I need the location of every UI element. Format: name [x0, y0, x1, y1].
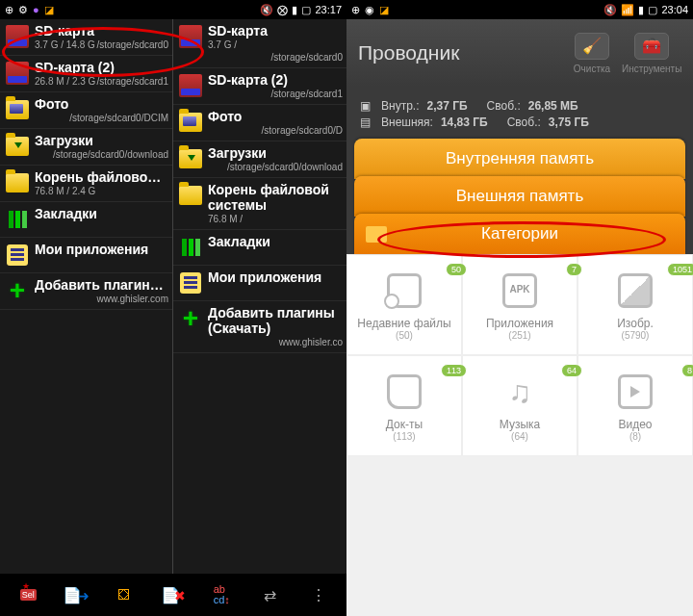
- fm-item[interactable]: Корень файловой системы76.8 M /: [173, 178, 346, 230]
- count-badge: 7: [566, 263, 582, 276]
- fm-item[interactable]: SD-карта (2)26.8 M / 2.3 G/storage/sdcar…: [0, 56, 172, 92]
- fm-item[interactable]: Загрузки/storage/sdcard0/download: [173, 141, 346, 178]
- category-icon: 1051: [582, 269, 688, 313]
- fm-item[interactable]: Мои приложения: [173, 266, 346, 301]
- sd-icon: [177, 72, 204, 99]
- folder-dl-icon: [177, 145, 204, 172]
- sd-icon: [4, 23, 31, 50]
- category-title: Недавние файлы: [351, 317, 457, 330]
- fm-item[interactable]: Фото/storage/sdcard0/D: [173, 105, 346, 141]
- menu-button[interactable]: ⋮: [303, 579, 334, 610]
- count-badge: 1051: [667, 263, 693, 276]
- plus-icon: ⊕: [351, 4, 360, 16]
- swap-button[interactable]: ⇄: [255, 579, 286, 610]
- plus-icon: +: [4, 277, 31, 304]
- signal-icon: ▮: [638, 4, 644, 16]
- zip-button[interactable]: ⛋: [110, 579, 141, 610]
- explorer-header: Проводник 🧹 Очистка 🧰 Инструменты: [346, 19, 693, 87]
- category-title: Музыка: [467, 418, 573, 431]
- category-title: Док-ты: [351, 418, 457, 431]
- fm-item[interactable]: Закладки: [173, 230, 346, 266]
- category-count: (64): [467, 431, 573, 442]
- category-count: (5790): [582, 330, 688, 341]
- plus-icon: +: [177, 305, 204, 332]
- count-badge: 8: [681, 364, 693, 377]
- fm-item[interactable]: Корень файловой системы76.8 M / 2.4 G: [0, 166, 172, 202]
- folder-icon: [366, 226, 387, 243]
- bookmark-icon: [177, 234, 204, 261]
- sd-icon: [4, 60, 31, 87]
- fm-item[interactable]: Фото/storage/sdcard0/DCIM: [0, 92, 172, 129]
- category-count: (50): [351, 330, 457, 341]
- category-icon: 50: [351, 269, 457, 313]
- explorer-title: Проводник: [358, 41, 562, 64]
- tools-button[interactable]: 🧰 Инструменты: [622, 33, 681, 74]
- phone-left: ⊕ ⚙ ● ◪ 🔇 ⨂ ▮ ▢ 23:17 SD-карта3.7 G / 14…: [0, 0, 346, 616]
- category-count: (8): [582, 431, 688, 442]
- fm-item[interactable]: + Добавить плагины (Скачать)www.ghisler.…: [0, 273, 172, 310]
- mute-icon: 🔇: [603, 4, 617, 16]
- toolbox-icon: 🧰: [634, 33, 669, 60]
- folder-icon: [177, 182, 204, 209]
- apps-icon: [4, 242, 31, 269]
- sd-storage-icon: ▤: [360, 116, 373, 129]
- fm-item[interactable]: SD-карта (2)/storage/sdcard1: [173, 68, 346, 105]
- category-cell[interactable]: 113 Док-ты (113): [346, 355, 462, 456]
- category-count: (113): [351, 431, 457, 442]
- clean-button[interactable]: 🧹 Очистка: [562, 33, 622, 74]
- select-button[interactable]: ★Sel: [13, 579, 43, 610]
- category-icon: 113: [351, 370, 457, 414]
- category-title: Изобр.: [582, 317, 688, 330]
- storage-info: ▣ Внутр.: 2,37 ГБ Своб.: 26,85 МБ ▤ Внеш…: [346, 87, 693, 141]
- battery-icon: ▢: [648, 4, 657, 16]
- bookmark-icon: [4, 206, 31, 233]
- mute-icon: 🔇: [260, 4, 273, 16]
- clock-text: 23:17: [315, 4, 342, 15]
- category-cell[interactable]: ♫64 Музыка (64): [462, 355, 578, 456]
- gear-icon: ⚙: [18, 4, 28, 16]
- fm-item[interactable]: SD-карта3.7 G / 14.8 G/storage/sdcard0: [0, 19, 172, 56]
- category-title: Приложения: [467, 317, 573, 330]
- clock-text: 23:04: [661, 4, 688, 15]
- sd-icon: [177, 23, 204, 50]
- storage-tabs: Внутренняя память Внешняя память Категор…: [346, 139, 693, 254]
- category-cell[interactable]: 50 Недавние файлы (50): [346, 254, 462, 355]
- delete-button[interactable]: 📄✖: [158, 579, 189, 610]
- count-badge: 64: [561, 364, 582, 377]
- category-count: (251): [467, 330, 573, 341]
- fm-item[interactable]: Мои приложения: [0, 238, 172, 273]
- fm-item[interactable]: + Добавить плагины (Скачать)www.ghisler.…: [173, 301, 346, 353]
- folder-icon: [4, 169, 31, 196]
- tab-external[interactable]: Внешняя память: [354, 176, 685, 217]
- file-manager-body: SD-карта3.7 G / 14.8 G/storage/sdcard0 S…: [0, 19, 346, 574]
- category-cell[interactable]: 1051 Изобр. (5790): [578, 254, 693, 355]
- count-badge: 50: [446, 263, 467, 276]
- folder-dl-icon: [4, 133, 31, 160]
- viber-icon: ●: [33, 4, 39, 15]
- category-cell[interactable]: 8 Видео (8): [578, 355, 693, 456]
- fm-item[interactable]: SD-карта3.7 G //storage/sdcard0: [173, 19, 346, 68]
- wifi-icon: ⨂: [277, 4, 288, 16]
- plus-icon: ⊕: [5, 4, 13, 16]
- category-cell[interactable]: APK7 Приложения (251): [462, 254, 578, 355]
- fm-item[interactable]: Закладки: [0, 202, 172, 238]
- phone-right: ⊕ ◉ ◪ 🔇 📶 ▮ ▢ 23:04 Проводник 🧹 Очистка …: [346, 0, 693, 616]
- count-badge: 113: [441, 364, 467, 377]
- apps-icon: [177, 270, 204, 296]
- sort-button[interactable]: abcd↕: [206, 579, 237, 610]
- category-icon: 8: [582, 370, 688, 414]
- category-grid: 50 Недавние файлы (50)APK7 Приложения (2…: [346, 254, 693, 456]
- status-bar-right: ⊕ ◉ ◪ 🔇 📶 ▮ ▢ 23:04: [346, 0, 693, 19]
- app-icon: ◪: [379, 4, 389, 16]
- fm-item[interactable]: Загрузки/storage/sdcard0/download: [0, 129, 172, 166]
- tab-categories[interactable]: Категории: [354, 214, 685, 254]
- fm-column-left: SD-карта3.7 G / 14.8 G/storage/sdcard0 S…: [0, 19, 173, 574]
- copy-button[interactable]: 📄➜: [61, 579, 91, 610]
- gear-icon: ◉: [365, 4, 374, 16]
- app-icon: ◪: [44, 4, 54, 16]
- tab-internal[interactable]: Внутренняя память: [354, 139, 685, 179]
- signal-icon: ▮: [292, 4, 297, 16]
- broom-icon: 🧹: [575, 33, 609, 60]
- phone-storage-icon: ▣: [360, 99, 373, 113]
- folder-img-icon: [4, 96, 31, 123]
